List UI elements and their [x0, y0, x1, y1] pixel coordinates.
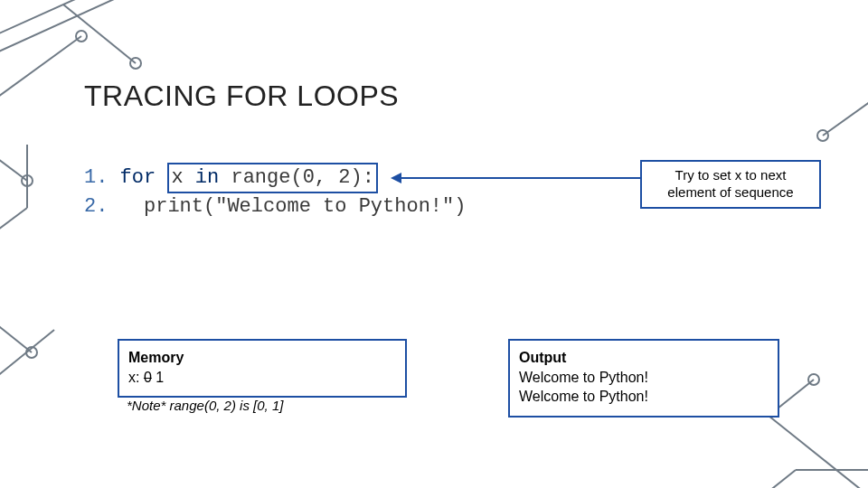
callout-line-2: element of sequence: [649, 184, 812, 202]
svg-line-4: [0, 36, 81, 108]
svg-point-3: [130, 58, 141, 69]
svg-point-19: [817, 130, 828, 141]
page-title: TRACING FOR LOOPS: [84, 80, 399, 113]
svg-line-6: [0, 154, 27, 181]
svg-line-12: [0, 330, 54, 389]
var-x: x: [171, 166, 183, 189]
svg-line-1: [0, 0, 172, 63]
kw-for: for: [120, 166, 156, 189]
svg-point-7: [22, 175, 33, 186]
svg-line-10: [0, 298, 32, 352]
callout-box: Try to set x to next element of sequence: [640, 160, 821, 209]
output-line-1: Welcome to Python!: [519, 368, 769, 388]
svg-line-2: [63, 5, 136, 63]
colon: :: [363, 166, 374, 189]
code-line-2: 2.print("Welcome to Python!"): [84, 193, 466, 221]
code-block: 1. for x in range(0, 2): 2.print("Welcom…: [84, 163, 466, 220]
memory-old-value: 0: [144, 370, 152, 385]
output-line-2: Welcome to Python!: [519, 387, 769, 407]
svg-line-13: [769, 416, 868, 488]
memory-box: Memory x: 0 1: [118, 339, 407, 398]
range-args: (0, 2): [290, 166, 362, 189]
lineno-1: 1.: [84, 166, 108, 189]
svg-point-5: [76, 31, 87, 42]
memory-row: x: 0 1: [128, 368, 396, 388]
callout-line-1: Try to set x to next: [649, 167, 812, 184]
memory-title: Memory: [128, 348, 396, 368]
callout-arrow-line: [398, 177, 640, 179]
output-title: Output: [519, 348, 769, 368]
loop-header-highlight: x in range(0, 2):: [167, 163, 377, 193]
memory-new-value: 1: [156, 370, 164, 385]
kw-in: in: [195, 166, 219, 189]
svg-line-0: [0, 0, 154, 45]
svg-point-11: [26, 347, 37, 358]
memory-var: x:: [128, 370, 139, 385]
output-box: Output Welcome to Python! Welcome to Pyt…: [508, 339, 779, 418]
svg-line-8: [0, 208, 27, 235]
lineno-2: 2.: [84, 195, 108, 218]
fn-print: print: [144, 195, 203, 218]
svg-point-15: [808, 374, 819, 385]
svg-line-18: [823, 90, 868, 136]
range-note: *Note* range(0, 2) is [0, 1]: [127, 398, 283, 413]
fn-range: range: [231, 166, 290, 189]
svg-line-17: [750, 470, 796, 488]
print-arg: ("Welcome to Python!"): [203, 195, 466, 218]
callout-arrow-head: [391, 173, 401, 183]
